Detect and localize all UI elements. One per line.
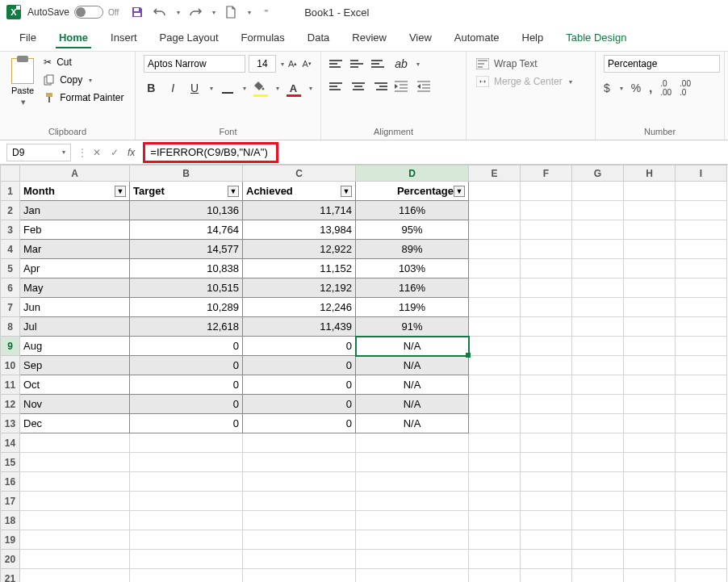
cell-F6[interactable] (521, 278, 572, 298)
align-top-icon[interactable] (329, 57, 345, 71)
qat-customize-icon[interactable]: ⁼ (259, 5, 274, 19)
number-format-select[interactable] (604, 55, 720, 73)
tab-data[interactable]: Data (304, 27, 333, 48)
cell-E13[interactable] (469, 414, 521, 433)
cell-C14[interactable] (243, 433, 356, 453)
cell-A7[interactable]: Jun (20, 298, 130, 317)
row-header-12[interactable]: 12 (1, 395, 20, 414)
tab-formulas[interactable]: Formulas (238, 27, 288, 48)
cell-D13[interactable]: N/A (356, 414, 469, 433)
cell-F1[interactable] (521, 182, 572, 201)
cell-B18[interactable] (130, 511, 243, 530)
cell-I3[interactable] (676, 220, 727, 240)
cell-F16[interactable] (521, 472, 572, 492)
cell-C17[interactable] (243, 492, 356, 511)
cell-D2[interactable]: 116% (356, 201, 469, 220)
cell-I14[interactable] (676, 433, 727, 453)
comma-icon[interactable]: , (649, 82, 652, 94)
cell-D14[interactable] (356, 433, 469, 453)
cell-F9[interactable] (521, 337, 572, 356)
cell-A17[interactable] (20, 492, 130, 511)
cell-E1[interactable] (469, 182, 521, 201)
cell-B14[interactable] (130, 433, 243, 453)
toggle-off-icon[interactable] (74, 6, 103, 19)
filter-dropdown-icon[interactable]: ▼ (228, 186, 239, 197)
cell-H13[interactable] (624, 414, 676, 433)
tab-help[interactable]: Help (519, 27, 547, 48)
orientation-icon[interactable]: ab (392, 55, 410, 73)
cancel-formula-icon[interactable]: ✕ (89, 147, 105, 158)
cell-D16[interactable] (356, 472, 469, 492)
underline-button[interactable]: U (187, 79, 203, 97)
row-header-6[interactable]: 6 (1, 278, 20, 298)
cell-E8[interactable] (469, 317, 521, 337)
cell-A2[interactable]: Jan (20, 201, 130, 220)
cell-D9[interactable]: N/A (356, 337, 469, 356)
cell-B3[interactable]: 14,764 (130, 220, 243, 240)
col-header-I[interactable]: I (676, 165, 727, 182)
tab-view[interactable]: View (406, 27, 435, 48)
cell-B15[interactable] (130, 453, 243, 472)
fx-icon[interactable]: fx (128, 147, 135, 158)
font-size-dropdown-icon[interactable]: ▾ (281, 61, 284, 68)
decrease-font-icon[interactable]: A▾ (302, 55, 313, 73)
font-color-button[interactable]: A (286, 79, 301, 97)
cell-A15[interactable] (20, 453, 130, 472)
cell-C12[interactable]: 0 (243, 395, 356, 414)
tab-insert[interactable]: Insert (107, 27, 140, 48)
cell-G5[interactable] (572, 259, 624, 278)
cell-F19[interactable] (521, 530, 572, 550)
cell-H8[interactable] (624, 317, 676, 337)
row-header-9[interactable]: 9 (1, 337, 20, 356)
cell-E7[interactable] (469, 298, 521, 317)
autosave-toggle[interactable]: AutoSave Off (27, 6, 119, 19)
cell-I20[interactable] (676, 550, 727, 569)
cell-F18[interactable] (521, 511, 572, 530)
cell-D11[interactable]: N/A (356, 375, 469, 395)
cell-I1[interactable] (676, 182, 727, 201)
fontcolor-dropdown-icon[interactable]: ▾ (309, 85, 312, 92)
cell-F21[interactable] (521, 569, 572, 583)
cell-F15[interactable] (521, 453, 572, 472)
cell-C16[interactable] (243, 472, 356, 492)
cell-I12[interactable] (676, 395, 727, 414)
cell-G1[interactable] (572, 182, 624, 201)
cell-G2[interactable] (572, 201, 624, 220)
cell-B2[interactable]: 10,136 (130, 201, 243, 220)
table-header-target[interactable]: Target▼ (130, 182, 243, 201)
cell-B7[interactable]: 10,289 (130, 298, 243, 317)
row-header-5[interactable]: 5 (1, 259, 20, 278)
border-button[interactable] (220, 79, 235, 97)
row-header-1[interactable]: 1 (1, 182, 20, 201)
cell-E16[interactable] (469, 472, 521, 492)
row-header-2[interactable]: 2 (1, 201, 20, 220)
cell-B10[interactable]: 0 (130, 356, 243, 375)
spreadsheet-grid[interactable]: ABCDEFGHI1Month▼Target▼Achieved▼Percenta… (0, 165, 728, 582)
new-dropdown-icon[interactable]: ▾ (248, 9, 251, 16)
cell-B12[interactable]: 0 (130, 395, 243, 414)
row-header-16[interactable]: 16 (1, 472, 20, 492)
cell-H1[interactable] (624, 182, 676, 201)
cell-H18[interactable] (624, 511, 676, 530)
cell-H12[interactable] (624, 395, 676, 414)
tab-table-design[interactable]: Table Design (563, 27, 630, 48)
cell-F13[interactable] (521, 414, 572, 433)
tab-home[interactable]: Home (56, 27, 91, 48)
row-header-13[interactable]: 13 (1, 414, 20, 433)
cell-A14[interactable] (20, 433, 130, 453)
cell-A13[interactable]: Dec (20, 414, 130, 433)
cell-A20[interactable] (20, 550, 130, 569)
cell-C10[interactable]: 0 (243, 356, 356, 375)
tab-automate[interactable]: Automate (451, 27, 503, 48)
cell-A4[interactable]: Mar (20, 240, 130, 259)
row-header-4[interactable]: 4 (1, 240, 20, 259)
cell-G14[interactable] (572, 433, 624, 453)
cell-E5[interactable] (469, 259, 521, 278)
bold-button[interactable]: B (144, 79, 159, 97)
cell-F2[interactable] (521, 201, 572, 220)
cell-D8[interactable]: 91% (356, 317, 469, 337)
cell-F5[interactable] (521, 259, 572, 278)
cell-G17[interactable] (572, 492, 624, 511)
name-box[interactable]: D9 ▾ (6, 144, 71, 161)
row-header-10[interactable]: 10 (1, 356, 20, 375)
